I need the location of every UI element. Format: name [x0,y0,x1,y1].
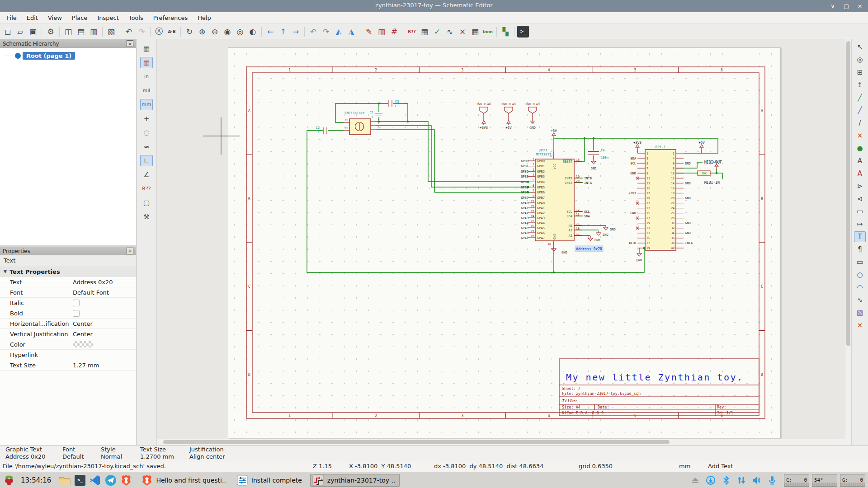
hierarchy-item-root[interactable]: ·····Root (page 1) [0,51,136,61]
wire-end-square[interactable] [527,192,529,193]
net-label[interactable]: INTA [584,181,592,185]
gnd-symbol[interactable]: GND [591,160,597,170]
wire-end-square[interactable] [527,186,529,188]
pwr-flag-label[interactable]: PWR_FLAG [476,103,491,106]
pin-number[interactable]: 39 [646,246,650,250]
net-label[interactable]: INTB [628,241,636,245]
net-label[interactable]: GPB0 [521,160,528,163]
pin-name[interactable]: GND [553,234,557,239]
junction-dot[interactable] [716,172,717,174]
net-label[interactable]: GPA4 [521,221,528,225]
pin-name[interactable]: GPA3 [537,216,545,220]
zoom-in-button[interactable]: ⊕ [196,26,208,38]
schematic-setup-button[interactable]: ⚙ [45,26,57,38]
property-value[interactable] [69,308,136,318]
kicad-icon[interactable] [312,474,325,487]
property-value[interactable] [69,350,136,360]
vertical-scrollbar[interactable] [845,39,851,445]
units-mm-button[interactable]: mm [140,99,153,110]
checkbox[interactable] [73,300,80,306]
footprint-assign-button[interactable]: ▦ [469,26,481,38]
telegram-icon[interactable] [104,474,117,487]
pin-number[interactable]: 6 [673,162,675,165]
pin-number[interactable]: 16 [671,187,675,190]
encoder-pin-name[interactable]: S2 [345,127,348,130]
wire-end-square[interactable] [527,181,529,183]
menu-tools[interactable]: Tools [124,13,148,23]
color-swatch[interactable] [73,341,93,347]
bluetooth-icon[interactable] [720,474,732,487]
add-hierarchical-label-button[interactable]: ⊲ [854,193,866,204]
net-label[interactable]: GPA5 [521,226,528,230]
zoom-objects-button[interactable]: ◎ [234,26,246,38]
nav-forward-button[interactable]: → [290,26,302,38]
menu-file[interactable]: File [2,13,22,23]
property-value[interactable]: Address 0x20 [69,277,136,287]
pin-number[interactable]: 29 [646,221,650,225]
shade-window-button[interactable]: ∨ [827,1,838,11]
add-bezier-button[interactable]: ∿ [854,295,866,305]
pin-number[interactable]: 8 [673,167,675,170]
net-label[interactable]: GND [685,221,691,225]
add-image-button[interactable]: ▧ [854,307,866,318]
pin-number[interactable]: 9 [646,172,648,175]
junction-dot[interactable] [378,103,380,104]
pin-number[interactable]: 15 [646,187,650,190]
pin-number[interactable]: 18 [671,192,675,195]
pin-name[interactable]: GPA2 [537,211,545,215]
power-symbol[interactable]: +3V3 [712,160,721,169]
power-net-label[interactable]: GND [603,233,609,237]
net-label[interactable]: INTA [685,241,693,245]
net-label[interactable]: GPB1 [521,164,528,168]
find-replace-button[interactable]: A·B [166,26,178,38]
power-symbol[interactable]: +5V [698,141,705,150]
pin-number[interactable]: 2 [533,163,534,166]
monitor-widget[interactable]: G:0 [840,474,865,487]
close-window-button[interactable]: × [854,1,865,11]
pin-name[interactable]: GPB1 [537,164,545,168]
edit-with-symbol-editor-button[interactable]: ✎ [363,26,375,38]
page-settings-button[interactable]: ◫ [62,26,74,38]
wire-to-bus-entry-button[interactable]: / [854,117,866,128]
schematic-drawing[interactable]: ENC1Select S1S2ACB C2 C C1 C C3 C [157,39,851,445]
pin-number[interactable]: 28 [671,216,675,220]
add-directive-label-button[interactable]: A [854,168,866,179]
pin-number[interactable]: 23 [646,206,650,210]
properties-close-icon[interactable]: × [127,248,133,254]
pin-number[interactable]: 10 [547,243,551,246]
pin-number[interactable]: 27 [646,216,650,220]
junction-dot[interactable] [553,272,555,273]
net-label[interactable]: GPA7 [521,236,528,240]
preferences-icon[interactable] [236,474,249,487]
pin-name[interactable]: GPB2 [537,170,545,174]
pin-number[interactable]: 8 [533,194,534,198]
pin-number[interactable]: 40 [671,246,675,250]
property-value[interactable]: 1.27 mm [69,360,136,370]
units-mils-button[interactable]: mil [140,85,153,96]
pin-name[interactable]: GPA4 [537,221,545,225]
pwr-flag[interactable]: PWR_FLAG+3V3 [476,103,491,130]
border-column-number[interactable]: 1 [288,414,291,418]
net-label[interactable]: GND [630,172,636,175]
power-net-label[interactable]: +5V [505,126,512,130]
add-global-label-button[interactable]: ⊳ [854,181,866,192]
power-net-label[interactable]: GND [594,239,600,242]
graphic-text[interactable]: Address 0x20 [576,247,602,251]
border-column-number[interactable]: 4 [548,414,550,418]
power-net-label[interactable]: GND [591,167,597,170]
monitor-widget[interactable]: 54° [812,474,837,487]
gnd-symbol[interactable]: GND [596,231,609,237]
gnd-symbol[interactable]: GND [588,236,600,242]
net-label[interactable]: GPB2 [521,170,528,174]
sheet-background-color-button[interactable]: ▢ [140,197,153,208]
border-row-letter[interactable]: D [248,373,250,377]
add-text-box-button[interactable]: ¶ [854,244,866,255]
save-button[interactable]: ▣ [27,26,39,38]
pin-number[interactable]: 2 [673,152,675,155]
pin-name[interactable]: GPB5 [537,186,545,189]
pin-number[interactable]: 31 [646,226,650,230]
net-label[interactable]: GPA1 [521,206,528,210]
pin-number[interactable]: 10 [671,172,675,175]
net-label[interactable]: GND [685,197,691,200]
power-net-label[interactable]: GND [529,126,536,130]
